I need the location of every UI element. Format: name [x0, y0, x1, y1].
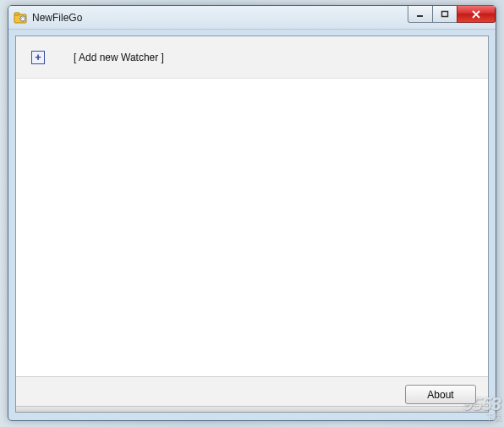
window-title: NewFileGo [32, 12, 82, 24]
watcher-list-empty [16, 79, 488, 376]
svg-rect-1 [14, 13, 19, 15]
app-icon [14, 11, 27, 25]
plus-icon: + [31, 51, 45, 64]
footer: About [16, 376, 488, 412]
client-area: + [ Add new Watcher ] About [15, 36, 489, 413]
app-window: NewFileGo + [ Add new Watcher ] About [8, 5, 496, 421]
window-controls [408, 6, 496, 23]
about-button[interactable]: About [405, 385, 476, 404]
close-button[interactable] [457, 6, 496, 23]
svg-rect-4 [442, 11, 448, 16]
add-watcher-row[interactable]: + [ Add new Watcher ] [16, 36, 488, 79]
add-watcher-label: [ Add new Watcher ] [74, 52, 164, 63]
titlebar[interactable]: NewFileGo [8, 6, 496, 30]
maximize-button[interactable] [432, 6, 457, 23]
minimize-button[interactable] [408, 6, 433, 23]
